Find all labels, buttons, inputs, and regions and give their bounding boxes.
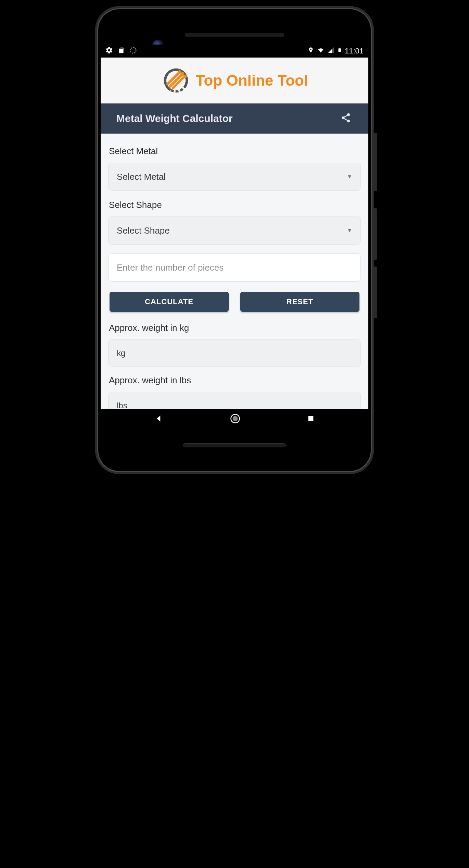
- pieces-input[interactable]: Enter the number of pieces: [108, 253, 361, 282]
- shape-select-value: Select Shape: [117, 225, 170, 236]
- wifi-icon: [317, 47, 325, 55]
- svg-rect-18: [308, 416, 313, 421]
- svg-rect-1: [338, 48, 341, 52]
- spinner-icon: [129, 47, 137, 55]
- page-title: Metal Weight Calculator: [116, 113, 233, 124]
- button-row: CALCULATE RESET: [108, 292, 361, 312]
- app-header: Top Online Tool: [101, 58, 368, 103]
- speaker-top: [185, 33, 284, 37]
- svg-line-15: [344, 119, 347, 120]
- reset-button[interactable]: RESET: [240, 292, 359, 312]
- screen: 11:01 Top Online: [101, 45, 368, 409]
- svg-point-17: [232, 416, 238, 421]
- cellular-icon: [328, 47, 334, 55]
- chevron-down-icon: ▼: [347, 227, 352, 234]
- form-content: Select Metal Select Metal ▼ Select Shape…: [101, 134, 368, 409]
- home-button[interactable]: [230, 413, 240, 425]
- location-icon: [308, 46, 314, 56]
- shape-label: Select Shape: [109, 200, 361, 210]
- status-left: [105, 47, 137, 55]
- metal-select[interactable]: Select Metal ▼: [108, 163, 361, 191]
- status-time: 11:01: [345, 47, 364, 55]
- svg-point-9: [183, 74, 187, 78]
- kg-label: Approx. weight in kg: [109, 323, 361, 333]
- pieces-placeholder: Enter the number of pieces: [117, 262, 224, 273]
- svg-line-14: [344, 115, 347, 117]
- calculate-button[interactable]: CALCULATE: [110, 292, 229, 312]
- gear-icon: [105, 47, 113, 55]
- phone-side-button: [374, 266, 377, 318]
- status-bar: 11:01: [101, 45, 368, 58]
- title-bar: Metal Weight Calculator: [101, 103, 368, 134]
- gear-logo-icon: [161, 65, 191, 96]
- svg-rect-2: [339, 48, 340, 49]
- svg-point-13: [347, 120, 350, 122]
- share-icon[interactable]: [340, 112, 351, 125]
- nav-bar: [101, 409, 368, 430]
- phone-inner: 11:01 Top Online: [101, 16, 368, 464]
- speaker-bottom: [183, 443, 286, 447]
- phone-side-button: [374, 133, 377, 191]
- svg-point-10: [178, 70, 181, 74]
- kg-result: kg: [108, 339, 361, 367]
- metal-label: Select Metal: [109, 146, 361, 157]
- svg-point-12: [342, 116, 344, 119]
- recent-button[interactable]: [307, 415, 315, 424]
- sd-card-icon: [118, 47, 125, 55]
- metal-select-value: Select Metal: [117, 172, 166, 182]
- lbs-result: lbs: [108, 392, 361, 409]
- svg-point-11: [347, 113, 350, 116]
- lbs-label: Approx. weight in lbs: [109, 375, 361, 386]
- chevron-down-icon: ▼: [347, 174, 352, 180]
- battery-icon: [337, 46, 342, 56]
- back-button[interactable]: [154, 414, 163, 424]
- lbs-value: lbs: [117, 401, 127, 409]
- kg-value: kg: [117, 348, 125, 358]
- svg-point-0: [130, 48, 136, 53]
- status-right: 11:01: [308, 46, 364, 56]
- shape-select[interactable]: Select Shape ▼: [108, 216, 361, 245]
- app-name: Top Online Tool: [196, 72, 308, 89]
- phone-frame: 11:01 Top Online: [95, 6, 374, 474]
- phone-side-button: [374, 208, 377, 260]
